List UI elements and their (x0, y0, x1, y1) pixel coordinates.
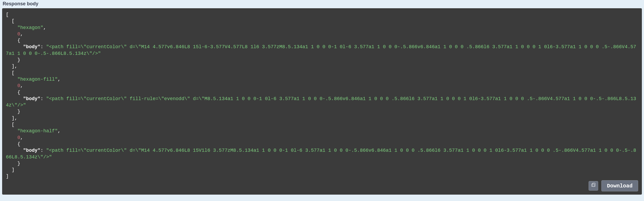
section-label-response-body: Response body (3, 1, 642, 7)
response-body-controls: Download (589, 180, 638, 191)
response-body-code[interactable]: [ [ "hexagon", 0, { "body": "<path fill=… (2, 8, 642, 195)
svg-rect-0 (593, 183, 595, 187)
download-button[interactable]: Download (601, 180, 638, 191)
copy-to-clipboard-button[interactable] (589, 181, 598, 191)
clipboard-icon (591, 182, 596, 189)
svg-rect-1 (592, 184, 594, 187)
